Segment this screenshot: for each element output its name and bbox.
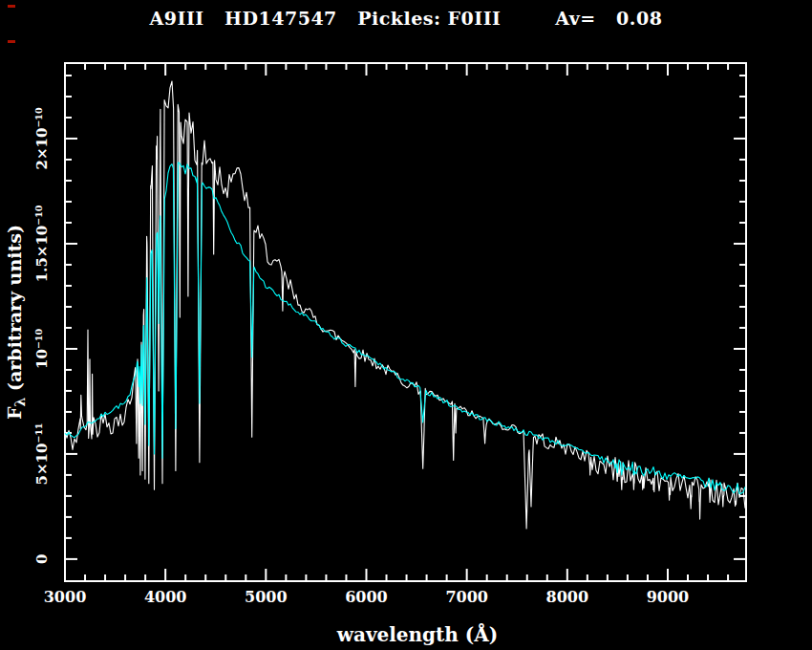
y-axis-title: Fλ (arbitrary units) bbox=[4, 225, 28, 420]
x-tick-label: 8000 bbox=[546, 588, 589, 606]
x-tick-label: 9000 bbox=[647, 588, 690, 606]
spectrum-chart: 300040005000600070008000900005×10⁻¹¹10⁻¹… bbox=[0, 0, 812, 650]
plot-frame bbox=[65, 63, 746, 581]
template-spectrum-line bbox=[65, 162, 745, 494]
observed-spectrum-line bbox=[65, 81, 745, 529]
x-axis-title: wavelength (Å) bbox=[336, 623, 499, 646]
x-tick-label: 6000 bbox=[345, 588, 388, 606]
x-tick-label: 3000 bbox=[44, 588, 87, 606]
y-tick-label: 1.5×10⁻¹⁰ bbox=[33, 205, 51, 282]
spectrum-plot-window: A9III HD147547 Pickles: F0III Av= 0.08 3… bbox=[0, 0, 812, 650]
x-tick-label: 7000 bbox=[445, 588, 488, 606]
y-tick-label: 5×10⁻¹¹ bbox=[33, 422, 51, 485]
red-corner-mark bbox=[8, 40, 15, 43]
x-tick-label: 4000 bbox=[144, 588, 187, 606]
y-tick-label: 10⁻¹⁰ bbox=[33, 329, 51, 369]
x-tick-label: 5000 bbox=[245, 588, 288, 606]
y-tick-label: 0 bbox=[33, 554, 51, 564]
y-tick-label: 2×10⁻¹⁰ bbox=[33, 107, 51, 169]
red-corner-mark bbox=[8, 5, 15, 8]
